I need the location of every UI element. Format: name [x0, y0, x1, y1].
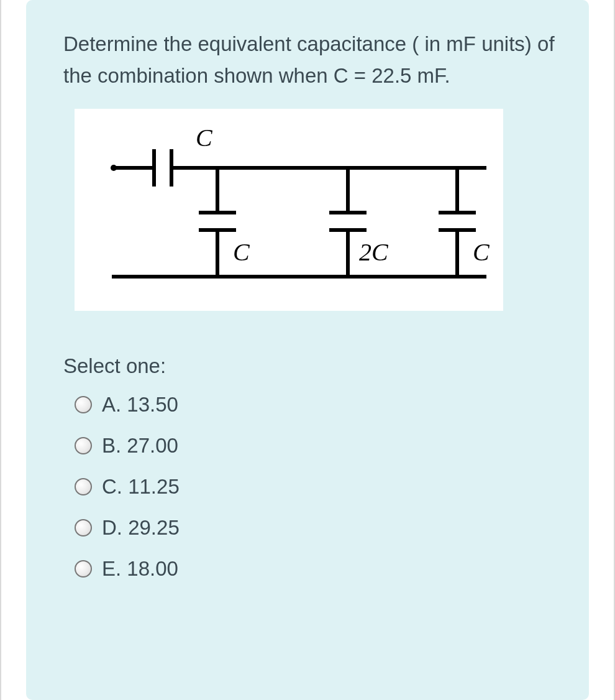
- radio-icon: [75, 560, 92, 578]
- option-label: D. 29.25: [102, 516, 180, 540]
- radio-icon: [75, 519, 92, 537]
- cap-label-top: C: [196, 124, 213, 152]
- select-prompt: Select one:: [63, 354, 555, 378]
- option-label: A. 13.50: [102, 393, 178, 417]
- question-card: Determine the equivalent capacitance ( i…: [26, 0, 589, 700]
- cap-label-middle: 2C: [359, 238, 389, 266]
- question-text: Determine the equivalent capacitance ( i…: [63, 28, 555, 91]
- option-label: B. 27.00: [102, 434, 178, 458]
- circuit-diagram: C C 2C C: [75, 109, 503, 311]
- option-label: E. 18.00: [102, 557, 178, 581]
- radio-icon: [75, 478, 92, 495]
- option-a[interactable]: A. 13.50: [75, 393, 555, 417]
- option-label: C. 11.25: [102, 475, 180, 499]
- page-container: Determine the equivalent capacitance ( i…: [0, 0, 615, 700]
- option-e[interactable]: E. 18.00: [75, 557, 555, 581]
- radio-icon: [75, 396, 92, 413]
- option-d[interactable]: D. 29.25: [75, 516, 555, 540]
- option-c[interactable]: C. 11.25: [75, 475, 555, 499]
- radio-icon: [75, 437, 92, 454]
- options-group: A. 13.50 B. 27.00 C. 11.25 D. 29.25 E. 1…: [63, 393, 555, 581]
- option-b[interactable]: B. 27.00: [75, 434, 555, 458]
- cap-label-right: C: [473, 238, 490, 266]
- cap-label-left: C: [233, 238, 250, 266]
